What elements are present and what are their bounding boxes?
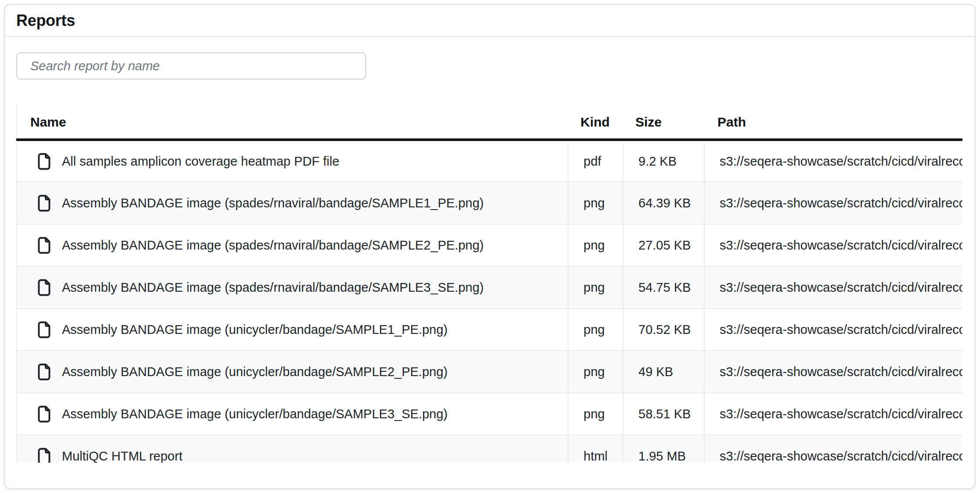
column-header-path: Path xyxy=(704,106,962,140)
report-size: 49 KB xyxy=(623,351,704,393)
report-kind: png xyxy=(568,224,623,266)
report-size: 58.51 KB xyxy=(623,393,704,435)
file-earmark-icon xyxy=(37,153,51,170)
table-row[interactable]: Assembly BANDAGE image (spades/rnaviral/… xyxy=(17,266,962,308)
table-row[interactable]: Assembly BANDAGE image (unicycler/bandag… xyxy=(17,351,962,393)
report-name-label: All samples amplicon coverage heatmap PD… xyxy=(62,154,339,169)
table-header-row: Name Kind Size Path xyxy=(17,106,962,140)
report-name-label: Assembly BANDAGE image (unicycler/bandag… xyxy=(62,323,447,337)
page-title: Reports xyxy=(16,11,75,30)
table-row[interactable]: Assembly BANDAGE image (unicycler/bandag… xyxy=(17,308,962,351)
report-path: s3://seqera-showcase/scratch/cicd/viralr… xyxy=(704,435,962,463)
card-header: Reports xyxy=(5,5,975,37)
reports-card: Reports Name Kind Size Path xyxy=(4,4,976,489)
report-size: 70.52 KB xyxy=(623,308,704,351)
report-size: 27.05 KB xyxy=(623,224,704,266)
file-earmark-icon xyxy=(37,448,51,463)
column-header-size: Size xyxy=(623,106,704,140)
report-kind: html xyxy=(568,435,623,463)
file-earmark-icon xyxy=(37,195,51,212)
column-header-name: Name xyxy=(17,106,568,140)
report-kind: pdf xyxy=(568,140,623,182)
report-name-label: Assembly BANDAGE image (spades/rnaviral/… xyxy=(62,280,484,295)
report-path: s3://seqera-showcase/scratch/cicd/viralr… xyxy=(704,182,962,224)
search-input[interactable] xyxy=(16,52,366,80)
report-kind: png xyxy=(568,351,623,393)
report-kind: png xyxy=(568,266,623,308)
file-earmark-icon xyxy=(37,237,51,254)
table-row[interactable]: MultiQC HTML report html 1.95 MB s3://se… xyxy=(17,435,962,463)
file-earmark-icon xyxy=(37,279,51,296)
table-row[interactable]: Assembly BANDAGE image (spades/rnaviral/… xyxy=(17,182,962,224)
report-kind: png xyxy=(568,308,623,351)
card-body: Name Kind Size Path All samples amplicon… xyxy=(5,37,975,463)
report-size: 54.75 KB xyxy=(623,266,704,308)
report-path: s3://seqera-showcase/scratch/cicd/viralr… xyxy=(704,266,962,308)
report-name-label: MultiQC HTML report xyxy=(62,449,182,463)
file-earmark-icon xyxy=(37,363,51,381)
report-name-label: Assembly BANDAGE image (spades/rnaviral/… xyxy=(62,238,484,253)
report-size: 1.95 MB xyxy=(623,435,704,463)
file-earmark-icon xyxy=(37,321,51,338)
report-path: s3://seqera-showcase/scratch/cicd/viralr… xyxy=(704,351,962,393)
report-size: 64.39 KB xyxy=(623,182,704,224)
table-row[interactable]: Assembly BANDAGE image (spades/rnaviral/… xyxy=(17,224,962,266)
report-path: s3://seqera-showcase/scratch/cicd/viralr… xyxy=(704,308,962,351)
report-name-label: Assembly BANDAGE image (unicycler/bandag… xyxy=(62,407,447,421)
report-name-label: Assembly BANDAGE image (unicycler/bandag… xyxy=(62,365,447,379)
report-path: s3://seqera-showcase/scratch/cicd/viralr… xyxy=(704,393,962,435)
table-row[interactable]: All samples amplicon coverage heatmap PD… xyxy=(17,140,962,182)
reports-table-container: Name Kind Size Path All samples amplicon… xyxy=(16,106,962,463)
report-kind: png xyxy=(568,393,623,435)
report-name-label: Assembly BANDAGE image (spades/rnaviral/… xyxy=(62,196,484,210)
report-path: s3://seqera-showcase/scratch/cicd/viralr… xyxy=(704,140,962,182)
report-size: 9.2 KB xyxy=(623,140,704,182)
report-kind: png xyxy=(568,182,623,224)
report-path: s3://seqera-showcase/scratch/cicd/viralr… xyxy=(704,224,962,266)
file-earmark-icon xyxy=(37,406,51,423)
reports-table: Name Kind Size Path All samples amplicon… xyxy=(16,106,962,463)
table-row[interactable]: Assembly BANDAGE image (unicycler/bandag… xyxy=(17,393,962,435)
column-header-kind: Kind xyxy=(568,106,623,140)
